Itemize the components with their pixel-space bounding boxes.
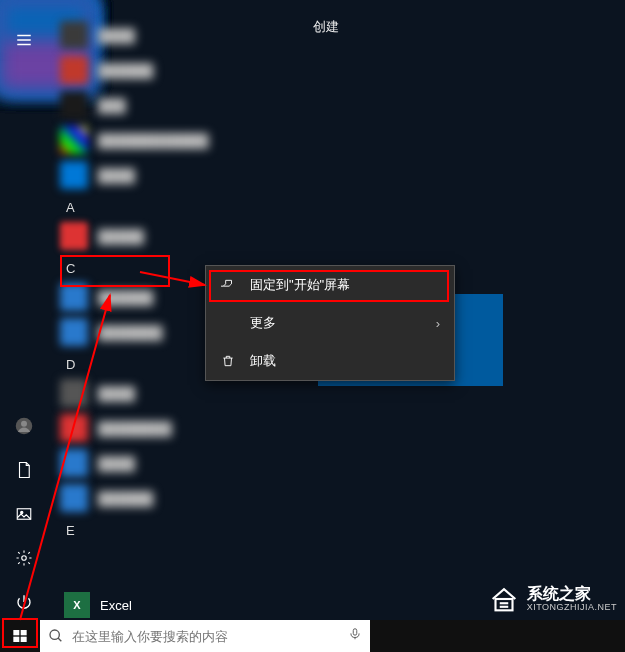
svg-rect-13 xyxy=(13,630,19,635)
watermark-sub: XITONGZHIJIA.NET xyxy=(527,602,617,612)
svg-point-17 xyxy=(50,630,59,639)
hamburger-icon[interactable] xyxy=(0,18,48,62)
svg-rect-14 xyxy=(21,630,27,635)
letter-header-a[interactable]: A xyxy=(66,200,260,215)
app-item-highlighted[interactable]: █████ xyxy=(60,219,260,253)
chevron-right-icon: › xyxy=(436,316,440,331)
taskbar xyxy=(0,620,625,652)
list-item[interactable]: ████ xyxy=(60,376,260,410)
list-item[interactable]: ████ xyxy=(60,446,260,480)
svg-rect-22 xyxy=(495,599,512,610)
search-input[interactable] xyxy=(72,629,340,644)
tiles-section-title: 创建 xyxy=(313,18,339,36)
list-item[interactable]: ██████ xyxy=(60,481,260,515)
settings-icon[interactable] xyxy=(0,536,48,580)
ctx-pin-label: 固定到"开始"屏幕 xyxy=(250,276,350,294)
pin-icon xyxy=(220,278,236,292)
watermark-logo-icon xyxy=(487,582,521,616)
ctx-more[interactable]: 更多 › xyxy=(206,304,454,342)
svg-rect-19 xyxy=(353,629,357,635)
search-box[interactable] xyxy=(40,620,370,652)
list-item[interactable]: ███ xyxy=(60,88,260,122)
ctx-pin-to-start[interactable]: 固定到"开始"屏幕 xyxy=(206,266,454,304)
svg-point-8 xyxy=(21,421,27,427)
list-item[interactable]: ████████ xyxy=(60,411,260,445)
app-item-excel[interactable]: X Excel xyxy=(64,592,132,618)
svg-rect-16 xyxy=(21,637,27,642)
documents-icon[interactable] xyxy=(0,448,48,492)
list-item[interactable]: ████████████ xyxy=(60,123,260,157)
letter-header-e[interactable]: E xyxy=(66,523,260,538)
svg-line-18 xyxy=(58,638,61,641)
ctx-uninstall-label: 卸载 xyxy=(250,352,276,370)
user-icon[interactable] xyxy=(0,404,48,448)
windows-icon xyxy=(12,628,28,644)
ctx-uninstall[interactable]: 卸载 xyxy=(206,342,454,380)
list-item[interactable]: ████ xyxy=(60,18,260,52)
context-menu: 固定到"开始"屏幕 更多 › 卸载 xyxy=(205,265,455,381)
excel-icon: X xyxy=(64,592,90,618)
start-button[interactable] xyxy=(0,620,40,652)
power-icon[interactable] xyxy=(0,580,48,624)
watermark: 系统之家 XITONGZHIJIA.NET xyxy=(487,582,617,616)
app-label-excel: Excel xyxy=(100,598,132,613)
list-item[interactable]: ██████ xyxy=(60,53,260,87)
mic-icon[interactable] xyxy=(348,627,362,645)
pictures-icon[interactable] xyxy=(0,492,48,536)
ctx-more-label: 更多 xyxy=(250,314,276,332)
search-icon xyxy=(48,628,64,644)
svg-rect-15 xyxy=(13,637,19,642)
list-item[interactable]: ████ xyxy=(60,158,260,192)
trash-icon xyxy=(220,354,236,368)
svg-point-11 xyxy=(22,556,27,561)
watermark-title: 系统之家 xyxy=(527,586,617,602)
